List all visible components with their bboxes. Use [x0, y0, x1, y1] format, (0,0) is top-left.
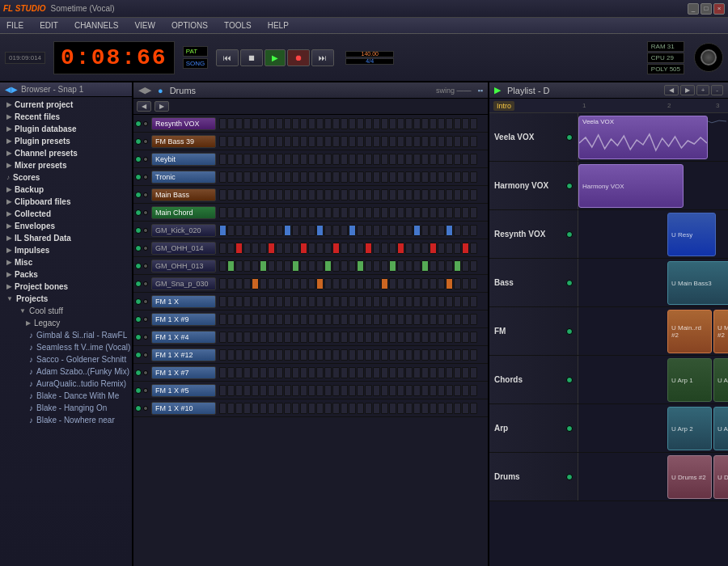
pad-11-6[interactable] [268, 314, 275, 325]
channel-row-11[interactable]: FM 1 X #9 [133, 310, 488, 328]
clip-5-0[interactable]: U Arp 1 [667, 358, 712, 402]
pad-16-0[interactable] [219, 403, 226, 414]
pad-11-23[interactable] [405, 314, 413, 325]
pad-9-13[interactable] [324, 278, 332, 289]
pad-16-28[interactable] [446, 403, 453, 414]
browser-item-collected[interactable]: ▶Collected [0, 208, 132, 220]
pad-6-5[interactable] [260, 225, 267, 236]
pad-16-17[interactable] [357, 403, 364, 414]
pad-0-4[interactable] [252, 118, 259, 129]
pad-12-5[interactable] [260, 332, 267, 343]
pad-0-8[interactable] [284, 118, 291, 129]
pad-5-21[interactable] [389, 207, 396, 218]
pad-7-17[interactable] [357, 243, 364, 254]
pad-7-7[interactable] [276, 243, 283, 254]
pad-11-0[interactable] [219, 314, 226, 325]
pad-15-22[interactable] [397, 385, 404, 396]
pad-4-6[interactable] [268, 189, 275, 201]
pad-13-15[interactable] [341, 349, 348, 361]
pad-8-1[interactable] [227, 260, 235, 272]
pad-5-28[interactable] [446, 207, 453, 218]
pad-9-14[interactable] [332, 278, 340, 289]
pad-0-7[interactable] [276, 118, 283, 129]
pad-13-22[interactable] [397, 349, 404, 361]
browser-item-misc[interactable]: ▶Misc [0, 256, 132, 268]
pad-4-2[interactable] [235, 189, 243, 201]
channel-green-dot-7[interactable] [135, 245, 142, 251]
pad-12-1[interactable] [227, 332, 235, 343]
pad-9-29[interactable] [454, 278, 461, 289]
track-content-6[interactable]: U Arp 2U Arp 2U Arp [578, 404, 728, 452]
pad-10-20[interactable] [381, 296, 388, 307]
pad-12-14[interactable] [332, 332, 340, 343]
pad-8-25[interactable] [421, 260, 429, 272]
channel-row-10[interactable]: FM 1 X [133, 293, 488, 310]
pad-7-16[interactable] [349, 243, 356, 254]
pad-6-18[interactable] [365, 225, 372, 236]
channel-row-14[interactable]: FM 1 X #7 [133, 364, 488, 382]
clip-2-0[interactable]: U Resy [667, 213, 716, 256]
pad-0-19[interactable] [373, 118, 380, 129]
pad-15-4[interactable] [252, 385, 259, 396]
pad-3-31[interactable] [470, 171, 477, 183]
pad-5-2[interactable] [235, 207, 243, 218]
channel-green-dot-11[interactable] [135, 316, 142, 323]
pad-1-22[interactable] [397, 136, 404, 147]
pad-2-21[interactable] [389, 154, 396, 165]
pad-0-9[interactable] [292, 118, 299, 129]
pad-1-3[interactable] [243, 136, 251, 147]
pad-11-14[interactable] [332, 314, 340, 325]
pad-14-19[interactable] [373, 367, 380, 378]
pad-15-16[interactable] [349, 385, 356, 396]
channel-green-dot-9[interactable] [135, 281, 142, 287]
pad-2-11[interactable] [308, 154, 315, 165]
pad-6-11[interactable] [308, 225, 315, 236]
pad-2-7[interactable] [276, 154, 283, 165]
pad-6-26[interactable] [430, 225, 437, 236]
pad-0-31[interactable] [470, 118, 477, 129]
pad-0-15[interactable] [341, 118, 348, 129]
pad-4-30[interactable] [462, 189, 469, 201]
pad-13-23[interactable] [405, 349, 413, 361]
close-button[interactable]: × [713, 3, 725, 15]
pad-6-31[interactable] [470, 225, 477, 236]
pad-0-17[interactable] [357, 118, 364, 129]
pad-4-10[interactable] [300, 189, 307, 201]
transport-rewind[interactable]: ⏮ [216, 49, 239, 66]
pad-8-12[interactable] [316, 260, 324, 272]
pad-8-10[interactable] [300, 260, 307, 272]
menu-channels[interactable]: CHANNELS [71, 19, 121, 32]
pad-5-20[interactable] [381, 207, 388, 218]
channel-row-8[interactable]: GM_OHH_013 [133, 257, 488, 275]
pad-4-8[interactable] [284, 189, 291, 201]
pad-11-8[interactable] [284, 314, 291, 325]
pad-4-26[interactable] [430, 189, 437, 201]
pad-4-31[interactable] [470, 189, 477, 201]
track-content-3[interactable]: U Main Bass3 [578, 259, 728, 306]
pad-3-27[interactable] [438, 171, 445, 183]
rack-nav-left[interactable]: ◀ [137, 101, 151, 112]
pad-4-21[interactable] [389, 189, 396, 201]
pad-5-12[interactable] [316, 207, 324, 218]
channel-green-dot-15[interactable] [135, 387, 142, 394]
rack-nav-right[interactable]: ▶ [154, 101, 169, 112]
pad-3-24[interactable] [413, 171, 421, 183]
pad-16-22[interactable] [397, 403, 404, 414]
pad-3-22[interactable] [397, 171, 404, 183]
pad-15-14[interactable] [332, 385, 340, 396]
pad-9-0[interactable] [219, 278, 226, 289]
pad-8-28[interactable] [446, 260, 453, 272]
pad-9-12[interactable] [316, 278, 324, 289]
pad-10-23[interactable] [405, 296, 413, 307]
pad-3-5[interactable] [260, 171, 267, 183]
pad-0-22[interactable] [397, 118, 404, 129]
pad-16-27[interactable] [438, 403, 445, 414]
pad-5-23[interactable] [405, 207, 413, 218]
pad-8-9[interactable] [292, 260, 299, 272]
pad-12-16[interactable] [349, 332, 356, 343]
pad-9-16[interactable] [349, 278, 356, 289]
pad-15-28[interactable] [446, 385, 453, 396]
pad-16-14[interactable] [332, 403, 340, 414]
pad-0-2[interactable] [235, 118, 243, 129]
pad-15-1[interactable] [227, 385, 235, 396]
